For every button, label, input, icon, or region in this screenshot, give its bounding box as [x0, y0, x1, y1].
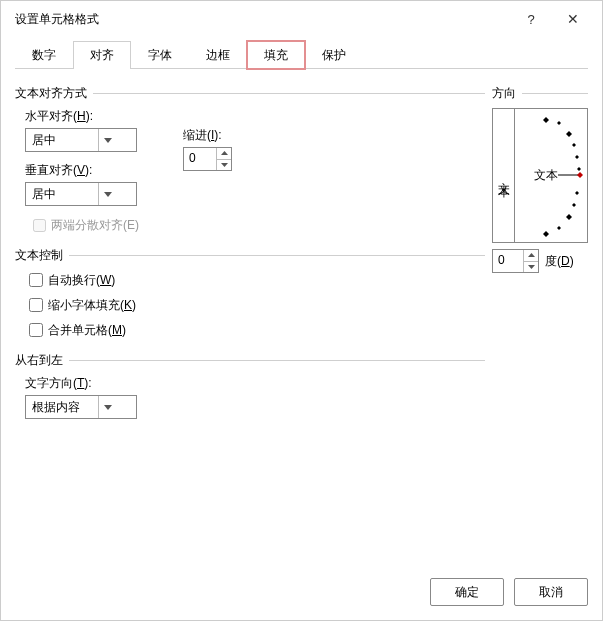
chevron-down-icon: [98, 396, 116, 418]
left-column: 文本对齐方式 水平对齐(H): 居中 缩进(I): 0: [15, 79, 495, 419]
spin-indent[interactable]: 0: [183, 147, 232, 171]
label-vertical-align: 垂直对齐(V):: [25, 162, 495, 179]
spin-up-icon[interactable]: [524, 250, 538, 262]
orientation-vertical-text-button[interactable]: 文本: [493, 109, 515, 242]
checkbox-wrap-text[interactable]: 自动换行(W): [25, 270, 495, 290]
spin-up-icon[interactable]: [217, 148, 231, 160]
group-text-control: 文本控制: [15, 247, 485, 264]
title-bar: 设置单元格格式 ? ✕: [1, 1, 602, 37]
degree-row: 0 度(D): [492, 249, 588, 273]
label-degrees: 度(D): [545, 253, 574, 270]
tab-protection[interactable]: 保护: [305, 41, 363, 69]
group-orientation: 方向: [492, 85, 588, 102]
combo-vertical-align[interactable]: 居中: [25, 182, 137, 206]
label-text-direction: 文字方向(T):: [25, 375, 495, 392]
chevron-down-icon: [98, 183, 116, 205]
orientation-panel: 方向 文本: [492, 79, 588, 273]
tab-font[interactable]: 字体: [131, 41, 189, 69]
tab-border[interactable]: 边框: [189, 41, 247, 69]
checkbox-shrink-to-fit[interactable]: 缩小字体填充(K): [25, 295, 495, 315]
window-title: 设置单元格格式: [15, 11, 510, 28]
group-rtl: 从右到左: [15, 352, 485, 369]
ok-button[interactable]: 确定: [430, 578, 504, 606]
orientation-center-label: 文本: [534, 168, 558, 182]
indent-block: 缩进(I): 0: [183, 127, 232, 171]
tab-number[interactable]: 数字: [15, 41, 73, 69]
spin-down-icon[interactable]: [217, 160, 231, 171]
orientation-box[interactable]: 文本: [492, 108, 588, 243]
group-text-alignment: 文本对齐方式: [15, 85, 485, 102]
combo-text-direction[interactable]: 根据内容: [25, 395, 137, 419]
tab-alignment[interactable]: 对齐: [73, 41, 131, 69]
dialog-body: 文本对齐方式 水平对齐(H): 居中 缩进(I): 0: [1, 69, 602, 574]
help-button[interactable]: ?: [510, 4, 552, 34]
spin-down-icon[interactable]: [524, 262, 538, 273]
spin-degrees[interactable]: 0: [492, 249, 539, 273]
orientation-dial[interactable]: 文本: [515, 109, 587, 242]
close-button[interactable]: ✕: [552, 4, 594, 34]
combo-horizontal-align[interactable]: 居中: [25, 128, 137, 152]
label-horizontal-align: 水平对齐(H):: [25, 108, 495, 125]
cancel-button[interactable]: 取消: [514, 578, 588, 606]
checkbox-justify-distributed: 两端分散对齐(E): [29, 216, 495, 235]
checkbox-merge-cells[interactable]: 合并单元格(M): [25, 320, 495, 340]
tab-row: 数字 对齐 字体 边框 填充 保护: [15, 41, 588, 69]
tab-fill[interactable]: 填充: [247, 41, 305, 69]
label-indent: 缩进(I):: [183, 127, 232, 144]
button-bar: 确定 取消: [430, 578, 588, 606]
chevron-down-icon: [98, 129, 116, 151]
